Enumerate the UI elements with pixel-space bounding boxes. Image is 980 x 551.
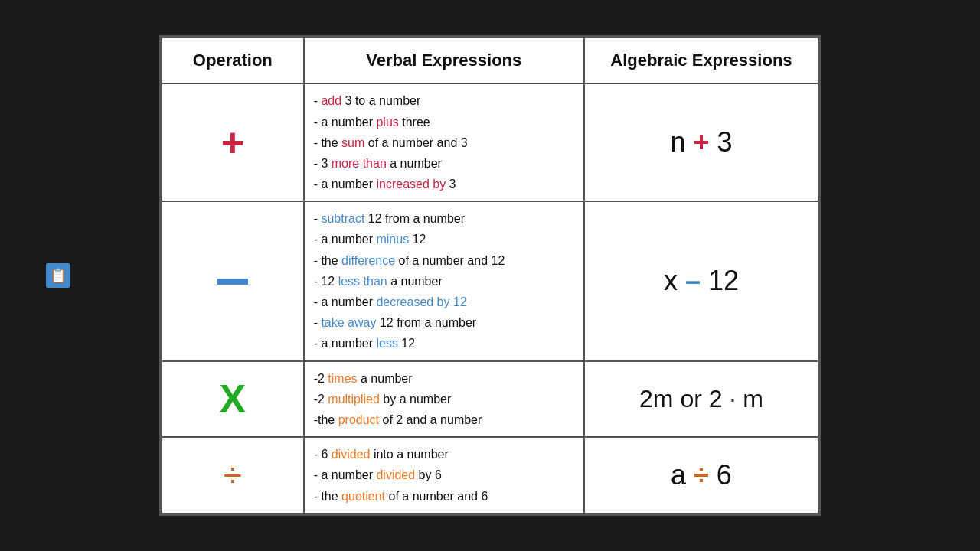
verbal-text: into a number [370, 448, 448, 461]
algebraic-cell-addition: n + 3 [584, 83, 818, 201]
header-row: Operation Verbal Expressions Algebraic E… [162, 37, 818, 83]
verbal-keyword: take away [321, 316, 376, 329]
verbal-text: 12 from a number [364, 212, 465, 225]
verbal-text: of a number and 12 [395, 254, 505, 267]
verbal-line: - a number decreased by 12 [314, 292, 574, 312]
op-cell-multiplication: X [162, 361, 304, 438]
verbal-keyword: minus [376, 233, 409, 246]
table-row: - subtract 12 from a number- a number mi… [162, 201, 818, 360]
verbal-line: - add 3 to a number [314, 90, 574, 111]
verbal-text: by 6 [415, 468, 442, 481]
verbal-line: -2 times a number [314, 368, 574, 389]
verbal-text: 12 [398, 337, 415, 350]
table-row: X-2 times a number-2 multiplied by a num… [162, 361, 818, 438]
verbal-cell-subtraction: - subtract 12 from a number- a number mi… [304, 201, 584, 360]
verbal-line: - 6 divided into a number [314, 444, 574, 465]
verbal-line: - subtract 12 from a number [314, 208, 574, 229]
verbal-line: - a number minus 12 [314, 229, 574, 249]
verbal-line: - the difference of a number and 12 [314, 250, 574, 271]
verbal-text: a number [387, 275, 443, 288]
verbal-keyword: less than [338, 275, 387, 288]
header-operation: Operation [162, 37, 304, 83]
verbal-line: - 12 less than a number [314, 271, 574, 292]
verbal-keyword: decreased by 12 [376, 295, 466, 308]
verbal-keyword: multiplied [328, 393, 380, 406]
main-table-wrapper: Operation Verbal Expressions Algebraic E… [159, 35, 821, 515]
expressions-table: Operation Verbal Expressions Algebraic E… [161, 37, 819, 514]
verbal-keyword: more than [332, 157, 387, 170]
verbal-keyword: less [376, 337, 397, 350]
op-cell-subtraction [162, 201, 304, 360]
verbal-keyword: plus [376, 116, 398, 129]
verbal-line: - the quotient of a number and 6 [314, 486, 574, 507]
verbal-keyword: sum [341, 136, 364, 149]
minus-icon [217, 274, 248, 287]
verbal-text: of a number and 3 [364, 136, 467, 149]
sidebar-icon: 📋 [46, 263, 70, 288]
verbal-keyword: divided [332, 448, 371, 461]
verbal-line: -the product of 2 and a number [314, 409, 574, 430]
verbal-keyword: difference [341, 254, 395, 267]
verbal-line: - a number divided by 6 [314, 465, 574, 485]
verbal-text: 12 [409, 233, 426, 246]
algebraic-expr: x – 12 [664, 265, 739, 296]
verbal-text: a number [387, 157, 442, 170]
verbal-text: a number [358, 372, 413, 385]
verbal-keyword: times [328, 372, 357, 385]
verbal-text: three [399, 116, 430, 129]
multiply-icon: X [219, 377, 246, 421]
algebraic-cell-division: a ÷ 6 [584, 437, 818, 514]
table-row: +- add 3 to a number- a number plus thre… [162, 83, 818, 201]
header-verbal: Verbal Expressions [304, 37, 584, 83]
verbal-text: 3 to a number [341, 94, 420, 107]
algebraic-expr: n + 3 [670, 126, 732, 158]
verbal-keyword: add [321, 94, 341, 107]
verbal-line: - the sum of a number and 3 [314, 132, 574, 153]
algebraic-cell-subtraction: x – 12 [584, 201, 818, 360]
verbal-line: - a number plus three [314, 112, 574, 132]
verbal-line: - a number increased by 3 [314, 174, 574, 194]
verbal-line: - a number less 12 [314, 333, 574, 354]
op-cell-addition: + [162, 83, 304, 201]
verbal-cell-division: - 6 divided into a number- a number divi… [304, 437, 584, 514]
verbal-keyword: subtract [321, 212, 364, 225]
verbal-cell-multiplication: -2 times a number-2 multiplied by a numb… [304, 361, 584, 438]
verbal-line: - 3 more than a number [314, 153, 574, 174]
op-cell-division: ÷ [162, 437, 304, 514]
verbal-text: by a number [380, 393, 451, 406]
algebraic-cell-multiplication: 2m or 2 · m [584, 361, 818, 438]
svg-text:📋: 📋 [50, 267, 67, 284]
verbal-keyword: increased by [376, 178, 446, 191]
verbal-text: 3 [446, 178, 456, 191]
verbal-text: 12 from a number [376, 316, 476, 329]
header-algebraic: Algebraic Expressions [584, 37, 818, 83]
verbal-keyword: divided [376, 468, 415, 481]
verbal-keyword: product [338, 413, 379, 426]
verbal-keyword: quotient [341, 490, 385, 503]
algebraic-expr: a ÷ 6 [671, 459, 732, 491]
verbal-line: - take away 12 from a number [314, 312, 574, 333]
verbal-text: of a number and 6 [385, 490, 488, 503]
plus-icon: + [221, 120, 244, 165]
table-row: ÷- 6 divided into a number- a number div… [162, 437, 818, 514]
verbal-line: -2 multiplied by a number [314, 389, 574, 409]
verbal-text: of 2 and a number [379, 413, 482, 426]
algebraic-expr: 2m or 2 · m [639, 385, 763, 412]
divide-icon: ÷ [224, 456, 242, 494]
verbal-cell-addition: - add 3 to a number- a number plus three… [304, 83, 584, 201]
